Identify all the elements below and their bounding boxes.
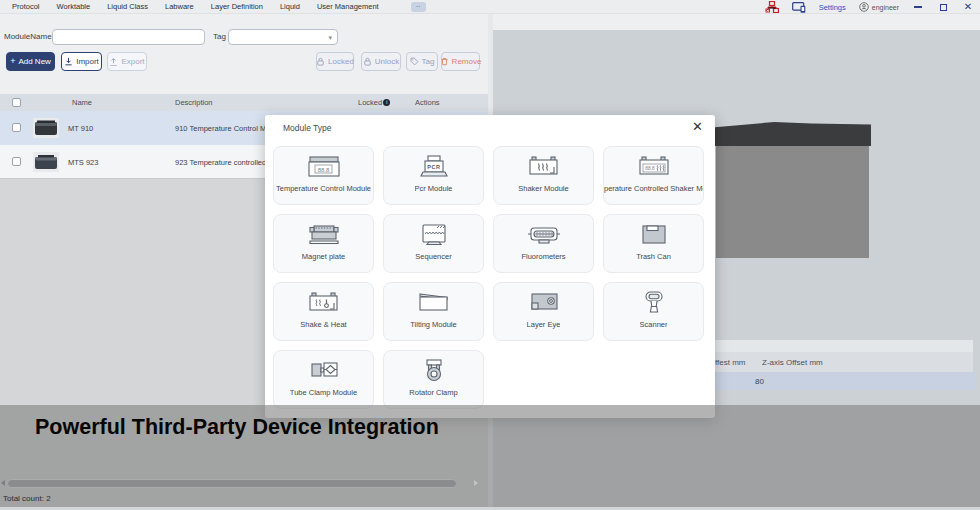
module-type-card[interactable]: Layer Eye: [493, 282, 594, 341]
module-type-label: Pcr Module: [415, 184, 453, 193]
svg-text:88.8: 88.8: [645, 166, 655, 171]
svg-text:PCR: PCR: [427, 164, 440, 170]
layer-eye-icon: [524, 289, 564, 317]
device-top-face: [715, 122, 871, 146]
lock-icon: [316, 57, 325, 66]
module-type-card[interactable]: Rotator Clamp: [383, 350, 484, 409]
module-type-card[interactable]: Tilting Module: [383, 282, 484, 341]
row-checkbox[interactable]: [12, 157, 21, 166]
module-type-card[interactable]: 88.8 perature Controlled Shaker Mo: [603, 146, 704, 205]
dialog-title: Module Type: [283, 123, 332, 133]
magnet-plate-icon: [304, 221, 344, 249]
module-3d-preview: [715, 122, 871, 258]
menu-item[interactable]: User Management: [317, 2, 379, 11]
trash-icon: [440, 57, 449, 66]
close-window-button[interactable]: ✕: [962, 1, 974, 13]
main-menu: Protocol Worktable Liquid Class Labware …: [12, 2, 426, 12]
module-type-label: Rotator Clamp: [409, 388, 457, 397]
module-type-label: Scanner: [640, 320, 668, 329]
module-type-card[interactable]: Trash Can: [603, 214, 704, 273]
menu-item[interactable]: Liquid: [280, 2, 300, 11]
module-type-card[interactable]: Magnet plate: [273, 214, 374, 273]
module-type-label: Fluorometers: [521, 252, 565, 261]
chevron-down-icon: ▾: [328, 34, 332, 41]
shaker-module-icon: [524, 153, 564, 181]
select-all-checkbox[interactable]: [12, 98, 21, 107]
locked-button[interactable]: Locked: [316, 52, 354, 71]
workflow-status-icon[interactable]: [765, 1, 779, 13]
module-type-grid: 88.8 Temperature Control Module PCR Pcr …: [273, 146, 707, 409]
user-chip[interactable]: engineer: [859, 2, 899, 13]
column-header-name: Name: [72, 98, 92, 107]
module-type-label: Shaker Module: [518, 184, 568, 193]
table-header: Name Description Locked i Actions: [0, 94, 488, 111]
tube-clamp-module-icon: [304, 357, 344, 385]
module-photo-mt910-icon: [30, 116, 62, 140]
module-type-card[interactable]: Shaker Module: [493, 146, 594, 205]
unlock-button[interactable]: Unlock: [361, 52, 401, 71]
minimize-button[interactable]: [912, 1, 924, 13]
module-type-label: Magnet plate: [302, 252, 345, 261]
export-icon: [109, 57, 118, 66]
tag-select[interactable]: ▾: [228, 29, 338, 45]
tag-button[interactable]: Tag: [406, 52, 438, 71]
module-type-label: Trash Can: [636, 252, 671, 261]
devices-icon[interactable]: [792, 2, 806, 13]
marketing-headline: Powerful Third-Party Device Integration: [35, 415, 439, 440]
column-header-locked: Locked i: [358, 98, 390, 107]
module-type-label: Shake & Heat: [300, 320, 346, 329]
device-body-face: [716, 146, 869, 258]
module-name: MT 910: [68, 124, 93, 133]
import-button[interactable]: Import: [61, 52, 102, 71]
tag-icon: [410, 57, 419, 66]
row-checkbox[interactable]: [12, 123, 21, 132]
add-new-button[interactable]: +Add New: [6, 52, 55, 71]
pcr-module-icon: PCR: [414, 153, 454, 181]
horizontal-scrollbar[interactable]: [7, 479, 457, 488]
tilting-module-icon: [414, 289, 454, 317]
export-button[interactable]: Export: [107, 52, 147, 71]
remove-button[interactable]: Remove: [441, 52, 480, 71]
settings-link[interactable]: Settings: [819, 3, 846, 12]
scroll-right-icon[interactable]: [474, 480, 478, 486]
module-type-dialog: Module Type ✕ 88.8 Temperature Control M…: [265, 115, 715, 418]
module-type-label: Temperature Control Module: [276, 184, 371, 193]
column-header-actions: Actions: [415, 98, 440, 107]
module-description: 923 Temperature controlled S: [175, 158, 273, 167]
module-type-card[interactable]: Sequencer: [383, 214, 484, 273]
menu-item[interactable]: Liquid Class: [107, 2, 148, 11]
menu-item[interactable]: Worktable: [57, 2, 91, 11]
module-type-label: Sequencer: [415, 252, 451, 261]
temperature-control-module-icon: 88.8: [304, 153, 344, 181]
fluorometers-icon: [524, 221, 564, 249]
module-type-card[interactable]: 88.8 Temperature Control Module: [273, 146, 374, 205]
z-axis-offset-header: Z-axis Offset mm: [762, 358, 823, 367]
menu-item[interactable]: Protocol: [12, 2, 40, 11]
module-type-card[interactable]: Scanner: [603, 282, 704, 341]
info-icon[interactable]: i: [383, 99, 390, 106]
module-type-card[interactable]: PCR Pcr Module: [383, 146, 484, 205]
trash-can-icon: [634, 221, 674, 249]
svg-text:88.8: 88.8: [317, 167, 329, 173]
module-description: 910 Temperature Control Mod: [175, 124, 275, 133]
menu-item[interactable]: Layer Definition: [211, 2, 263, 11]
sequencer-icon: [414, 221, 454, 249]
module-name-input[interactable]: [52, 29, 205, 45]
module-type-label: Layer Eye: [527, 320, 561, 329]
close-dialog-icon[interactable]: ✕: [692, 120, 703, 133]
scanner-icon: [634, 289, 674, 317]
temperature-controlled-shaker-module-icon: 88.8: [634, 153, 674, 181]
axis-offset-header-partial: ffest mm: [715, 358, 746, 367]
module-type-card[interactable]: Fluorometers: [493, 214, 594, 273]
menu-item[interactable]: Labware: [165, 2, 194, 11]
module-type-label: Tube Clamp Module: [290, 388, 357, 397]
module-type-card[interactable]: Shake & Heat: [273, 282, 374, 341]
module-name: MTS 923: [68, 158, 98, 167]
column-header-description: Description: [175, 98, 213, 107]
maximize-button[interactable]: [937, 1, 949, 13]
scroll-left-icon[interactable]: [1, 480, 5, 486]
z-axis-offset-value: 80: [755, 377, 764, 386]
module-type-card[interactable]: Tube Clamp Module: [273, 350, 374, 409]
shake-heat-icon: [304, 289, 344, 317]
menu-more-button[interactable]: ..: [411, 2, 426, 12]
